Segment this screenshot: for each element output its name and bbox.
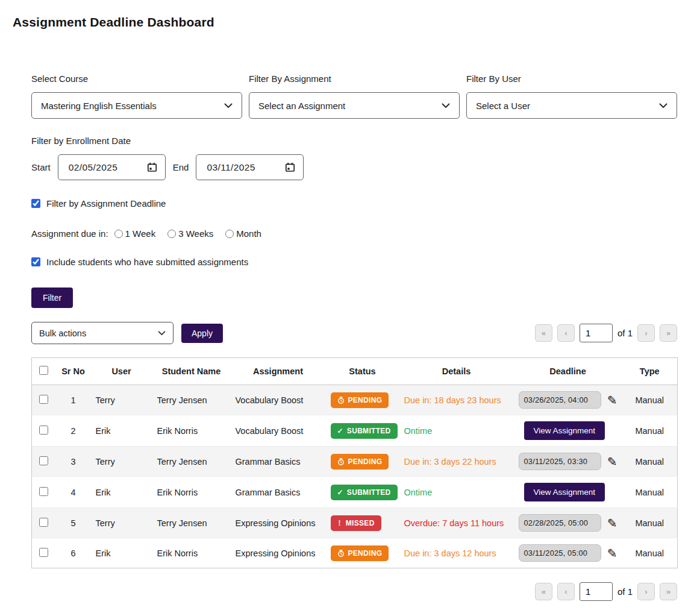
row-type: Manual (622, 415, 678, 447)
assignment-filter-label: Filter By Assignment (249, 74, 460, 84)
due-in-month-radio[interactable] (225, 230, 234, 238)
due-in-3-weeks-option[interactable]: 3 Weeks (167, 228, 213, 239)
deadline-datetime-input[interactable]: 03/11/2025, 03:30 (519, 453, 601, 470)
user-select[interactable]: Select a User (466, 92, 677, 119)
row-checkbox[interactable] (39, 426, 48, 435)
prev-page-button[interactable]: ‹ (557, 324, 575, 342)
include-submitted-checkbox-label: Include students who have submitted assi… (46, 257, 248, 267)
pagination-bottom-row: « ‹ of 1 › » (31, 582, 677, 601)
due-in-month-option[interactable]: Month (225, 228, 261, 239)
assignments-table: Sr No User Student Name Assignment Statu… (31, 357, 678, 568)
include-submitted-checkbox[interactable] (31, 257, 40, 266)
page-count-text: of 1 (617, 586, 633, 597)
row-type: Manual (622, 538, 678, 568)
details-text: Due in: 3 days 12 hours (404, 548, 496, 558)
edit-deadline-pencil-icon[interactable]: ✎ (607, 517, 617, 529)
assignment-select[interactable]: Select an Assignment (249, 92, 460, 119)
row-user: Terry (91, 385, 152, 415)
course-filter-label: Select Course (31, 74, 242, 84)
view-assignment-button[interactable]: View Assignment (524, 421, 605, 440)
bulk-actions-row: Bulk actions Apply « ‹ of 1 › » (31, 322, 677, 344)
status-badge-pending: PENDING (331, 545, 389, 561)
bulk-actions-select[interactable]: Bulk actions (31, 322, 174, 344)
row-assignment: Grammar Basics (231, 447, 326, 477)
chevron-down-icon (224, 103, 233, 108)
row-type: Manual (622, 447, 678, 477)
next-page-button[interactable]: › (637, 583, 655, 600)
table-row: 2 Erik Erik Norris Vocabulary Boost ✓SUB… (32, 415, 678, 447)
deadline-datetime-input[interactable]: 02/28/2025, 05:00 (519, 514, 601, 532)
edit-deadline-pencil-icon[interactable]: ✎ (607, 547, 617, 559)
table-row: 3 Terry Terry Jensen Grammar Basics PEND… (32, 447, 678, 477)
start-date-value: 02/05/2025 (69, 162, 118, 173)
row-assignment: Expressing Opinions (231, 508, 326, 538)
row-sr-no: 2 (56, 415, 91, 447)
due-in-3-weeks-label: 3 Weeks (178, 228, 213, 239)
details-text: Due in: 18 days 23 hours (404, 395, 501, 405)
enrollment-date-label: Filter by Enrollment Date (31, 136, 677, 146)
select-all-checkbox[interactable] (39, 366, 48, 375)
next-page-button[interactable]: › (637, 324, 655, 342)
edit-deadline-pencil-icon[interactable]: ✎ (607, 394, 617, 406)
row-type: Manual (622, 477, 678, 508)
row-checkbox[interactable] (39, 395, 48, 404)
due-in-3-weeks-radio[interactable] (167, 230, 176, 238)
header-status: Status (326, 358, 399, 385)
deadline-filter-checkbox-row: Filter by Assignment Deadline (31, 198, 677, 209)
row-student-name: Terry Jensen (152, 385, 231, 415)
row-user: Terry (91, 447, 152, 477)
header-deadline: Deadline (514, 358, 622, 385)
table-row: 5 Terry Terry Jensen Expressing Opinions… (32, 508, 678, 538)
row-checkbox[interactable] (39, 487, 48, 496)
user-filter-field: Filter By User Select a User (466, 74, 677, 119)
row-user: Erik (91, 538, 152, 568)
course-select-value: Mastering English Essentials (41, 101, 157, 111)
view-assignment-button[interactable]: View Assignment (524, 483, 605, 501)
edit-deadline-pencil-icon[interactable]: ✎ (607, 456, 617, 468)
calendar-icon[interactable] (147, 162, 157, 172)
deadline-datetime-input[interactable]: 03/11/2025, 05:00 (519, 544, 601, 562)
last-page-button[interactable]: » (660, 324, 677, 342)
include-submitted-checkbox-row: Include students who have submitted assi… (31, 257, 677, 267)
check-icon: ✓ (337, 488, 343, 497)
end-date-input[interactable]: 03/11/2025 (196, 154, 304, 180)
table-row: 4 Erik Erik Norris Grammar Basics ✓SUBMI… (32, 477, 678, 508)
deadline-datetime-input[interactable]: 03/26/2025, 04:00 (519, 391, 601, 409)
row-sr-no: 5 (56, 508, 91, 538)
due-in-1-week-option[interactable]: 1 Week (114, 228, 156, 239)
row-assignment: Expressing Opinions (231, 538, 326, 568)
status-badge-missed: !MISSED (331, 515, 381, 531)
row-sr-no: 6 (56, 538, 91, 568)
page-number-input[interactable] (580, 582, 613, 601)
chevron-down-icon (158, 331, 166, 336)
apply-button[interactable]: Apply (181, 324, 223, 343)
first-page-button[interactable]: « (535, 583, 552, 600)
page-number-input[interactable] (580, 324, 613, 342)
row-sr-no: 3 (56, 447, 91, 477)
calendar-icon[interactable] (285, 162, 295, 172)
row-assignment: Vocabulary Boost (231, 415, 326, 447)
start-date-input[interactable]: 02/05/2025 (58, 154, 166, 180)
row-user: Terry (91, 508, 152, 538)
first-page-button[interactable]: « (535, 324, 552, 342)
end-date-value: 03/11/2025 (207, 162, 255, 173)
deadline-filter-checkbox[interactable] (31, 199, 40, 208)
row-checkbox[interactable] (39, 456, 48, 465)
filter-button[interactable]: Filter (31, 288, 73, 308)
header-type: Type (622, 358, 678, 385)
last-page-button[interactable]: » (660, 583, 677, 600)
due-in-month-label: Month (236, 228, 261, 239)
header-sr-no: Sr No (56, 358, 91, 385)
row-checkbox[interactable] (39, 548, 48, 557)
dashboard-content: Select Course Mastering English Essentia… (31, 74, 677, 616)
row-sr-no: 1 (56, 385, 91, 415)
status-badge-pending: PENDING (331, 454, 389, 470)
end-date-label: End (173, 162, 189, 172)
header-assignment: Assignment (231, 358, 326, 385)
due-in-1-week-radio[interactable] (114, 230, 123, 238)
prev-page-button[interactable]: ‹ (557, 583, 575, 600)
course-select[interactable]: Mastering English Essentials (31, 92, 242, 119)
row-checkbox[interactable] (39, 518, 48, 527)
check-icon: ✓ (337, 427, 343, 435)
clock-icon (337, 397, 345, 404)
